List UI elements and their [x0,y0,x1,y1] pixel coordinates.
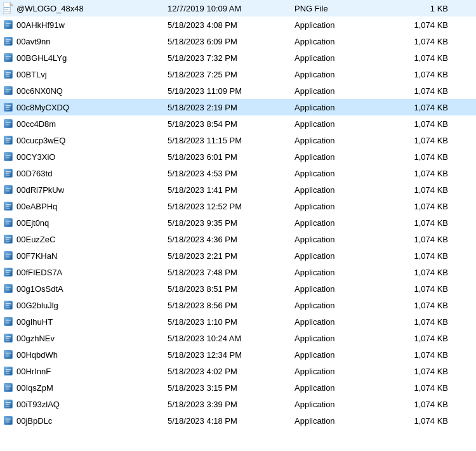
file-name-text: 00G2bluJlg [17,301,58,310]
exe-icon [3,283,14,294]
file-date: 12/7/2019 10:09 AM [168,4,294,13]
file-date: 5/18/2023 4:53 PM [168,169,294,178]
file-name: 00HqbdWh [3,349,168,360]
table-row[interactable]: 00jBpDLc 5/18/2023 4:18 PM Application 1… [0,412,476,429]
table-row[interactable]: 00g1OsSdtA 5/18/2023 8:51 PM Application… [0,280,476,297]
table-row[interactable]: 00F7KHaN 5/18/2023 2:21 PM Application 1… [0,247,476,264]
table-row[interactable]: 00avt9nn 5/18/2023 6:09 PM Application 1… [0,33,476,49]
table-row[interactable]: 00dRi7PkUw 5/18/2023 1:41 PM Application… [0,181,476,198]
table-row[interactable]: 00HqbdWh 5/18/2023 12:34 PM Application … [0,346,476,363]
table-row[interactable]: 00HrInnF 5/18/2023 4:02 PM Application 1… [0,363,476,379]
file-name-text: 00HqbdWh [17,350,58,360]
exe-icon [3,316,14,327]
svg-rect-50 [6,159,10,159]
file-size: 1,074 KB [390,416,453,426]
exe-icon [3,299,14,311]
svg-rect-69 [6,223,10,224]
table-row[interactable]: @WLOGO_48x48 12/7/2019 10:09 AM PNG File… [0,0,476,16]
file-date: 5/18/2023 6:01 PM [168,152,294,162]
svg-rect-129 [6,421,10,422]
svg-rect-114 [6,371,10,372]
svg-marker-1 [10,3,13,6]
svg-rect-113 [6,369,11,370]
exe-icon [3,36,14,47]
file-type: Application [294,268,390,277]
svg-rect-63 [6,204,11,206]
table-row[interactable]: 00IqsZpM 5/18/2023 3:15 PM Application 1… [0,379,476,396]
file-size: 1,074 KB [390,185,453,195]
file-type: Application [294,86,390,96]
exe-icon [3,69,14,80]
svg-rect-34 [6,107,10,108]
file-type: Application [294,350,390,360]
table-row[interactable]: 00G2bluJlg 5/18/2023 8:56 PM Application… [0,297,476,313]
table-row[interactable]: 00D763td 5/18/2023 4:53 PM Application 1… [0,165,476,181]
svg-rect-70 [6,225,10,225]
table-row[interactable]: 00EuzZeC 5/18/2023 4:36 PM Application 1… [0,231,476,247]
file-size: 1,074 KB [390,301,453,310]
exe-icon [3,151,14,162]
table-row[interactable]: 00cucp3wEQ 5/18/2023 11:15 PM Applicatio… [0,132,476,148]
file-type: Application [294,416,390,426]
svg-rect-8 [6,23,11,24]
svg-rect-33 [6,105,11,107]
file-size: 1,074 KB [390,400,453,409]
file-size: 1,074 KB [390,119,453,129]
table-row[interactable]: 00CY3XiO 5/18/2023 6:01 PM Application 1… [0,148,476,165]
table-row[interactable]: 00Ejt0nq 5/18/2023 9:35 PM Application 1… [0,214,476,231]
table-row[interactable]: 00c6NX0NQ 5/18/2023 11:09 PM Application… [0,82,476,99]
svg-rect-123 [6,402,11,403]
svg-rect-90 [6,291,10,291]
file-date: 5/18/2023 9:35 PM [168,218,294,228]
exe-icon [3,184,14,195]
file-type: Application [294,235,390,244]
svg-rect-105 [6,340,10,341]
svg-rect-59 [6,190,10,191]
svg-rect-64 [6,206,10,207]
exe-icon [3,52,14,63]
file-name-text: 00BGHL4LYg [17,53,67,63]
table-row[interactable]: 00gzhNEv 5/18/2023 10:24 AM Application … [0,330,476,346]
file-size: 1,074 KB [390,136,453,145]
table-row[interactable]: 00c8MyCXDQ 5/18/2023 2:19 PM Application… [0,99,476,115]
exe-icon [3,200,14,212]
svg-rect-125 [6,406,10,407]
file-date: 5/18/2023 3:15 PM [168,383,294,393]
file-date: 5/18/2023 6:09 PM [168,37,294,46]
file-name: 00CY3XiO [3,151,168,162]
file-name: 00HrInnF [3,365,168,377]
file-type: Application [294,152,390,162]
svg-rect-0 [3,3,10,14]
svg-rect-13 [6,39,11,41]
svg-rect-73 [6,237,11,239]
table-row[interactable]: 00BGHL4LYg 5/18/2023 7:32 PM Application… [0,49,476,66]
svg-rect-19 [6,58,10,59]
table-row[interactable]: 00BTLvj 5/18/2023 7:25 PM Application 1,… [0,66,476,82]
exe-icon [3,382,14,393]
svg-rect-94 [6,305,10,306]
file-type: Application [294,400,390,409]
table-row[interactable]: 00gIhuHT 5/18/2023 1:10 PM Application 1… [0,313,476,330]
file-name-text: 00g1OsSdtA [17,284,63,294]
table-row[interactable]: 00cc4D8m 5/18/2023 8:54 PM Application 1… [0,115,476,132]
table-row[interactable]: 00fFIEDS7A 5/18/2023 7:48 PM Application… [0,264,476,280]
table-row[interactable]: 00AHkHf91w 5/18/2023 4:08 PM Application… [0,16,476,33]
table-row[interactable]: 00iT93zlAQ 5/18/2023 3:39 PM Application… [0,396,476,412]
file-name: 00AHkHf91w [3,19,168,30]
svg-rect-30 [6,93,10,93]
exe-icon [3,415,14,426]
file-size: 1,074 KB [390,37,453,46]
svg-rect-39 [6,124,10,125]
file-name-text: 00Ejt0nq [17,218,49,228]
table-row[interactable]: 00eABPHq 5/18/2023 12:52 PM Application … [0,198,476,214]
file-size: 1,074 KB [390,86,453,96]
exe-icon [3,217,14,228]
file-type: Application [294,202,390,211]
file-size: 1,074 KB [390,218,453,228]
svg-rect-24 [6,74,10,75]
file-type: Application [294,20,390,30]
exe-icon [3,85,14,96]
svg-rect-38 [6,122,11,123]
file-name-text: 00iT93zlAQ [17,400,60,409]
file-name-text: 00c6NX0NQ [17,86,63,96]
